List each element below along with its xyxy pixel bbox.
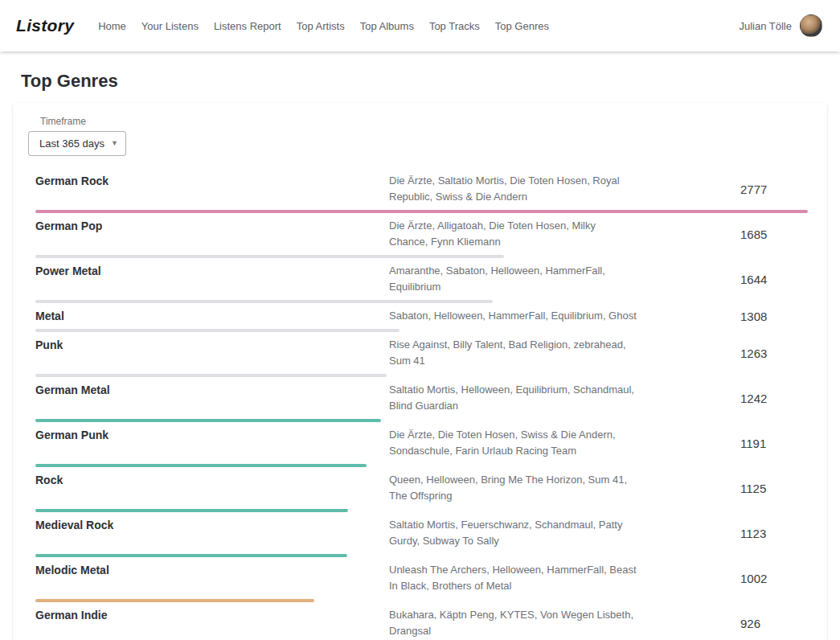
- table-row: German Indie Bukahara, Käptn Peng, KYTES…: [35, 602, 808, 640]
- genre-top-artists: Queen, Helloween, Bring Me The Horizon, …: [389, 472, 637, 504]
- timeframe-control: Timeframe Last 365 days ▼: [28, 116, 827, 156]
- genre-top-artists: Rise Against, Billy Talent, Bad Religion…: [389, 337, 637, 369]
- nav-item-home[interactable]: Home: [98, 20, 126, 32]
- table-row: Rock Queen, Helloween, Bring Me The Hori…: [35, 467, 808, 512]
- nav-item-your-listens[interactable]: Your Listens: [141, 20, 199, 32]
- genre-table: German Rock Die Ärzte, Saltatio Mortis, …: [13, 168, 827, 640]
- genre-listen-count: 2777: [740, 183, 808, 196]
- table-row: Melodic Metal Unleash The Archers, Hello…: [35, 557, 808, 602]
- genre-name: Punk: [35, 337, 389, 369]
- nav-item-top-albums[interactable]: Top Albums: [360, 20, 414, 32]
- genre-name: German Pop: [35, 218, 389, 250]
- user-menu[interactable]: Julian Tölle: [739, 14, 822, 37]
- genre-listen-count: 1002: [740, 572, 808, 585]
- genre-name: Melodic Metal: [35, 562, 389, 594]
- genre-top-artists: Amaranthe, Sabaton, Helloween, HammerFal…: [389, 263, 637, 295]
- table-row: German Rock Die Ärzte, Saltatio Mortis, …: [35, 168, 808, 213]
- genre-top-artists: Sabaton, Helloween, HammerFall, Equilibr…: [389, 308, 637, 324]
- genre-listen-count: 1308: [740, 310, 808, 323]
- timeframe-label: Timeframe: [40, 116, 827, 127]
- table-row: German Metal Saltatio Mortis, Helloween,…: [35, 377, 808, 422]
- page-title: Top Genres: [21, 71, 840, 92]
- genre-name: Power Metal: [35, 263, 389, 295]
- nav-item-listens-report[interactable]: Listens Report: [214, 20, 281, 32]
- app-logo[interactable]: Listory: [16, 16, 74, 35]
- nav-item-top-tracks[interactable]: Top Tracks: [429, 20, 480, 32]
- genre-name: German Rock: [35, 173, 389, 205]
- timeframe-selected-value: Last 365 days: [39, 137, 104, 150]
- genre-top-artists: Saltatio Mortis, Feuerschwanz, Schandmau…: [389, 517, 637, 549]
- genre-listen-count: 1644: [740, 273, 808, 286]
- genre-name: Medieval Rock: [35, 517, 389, 549]
- genre-listen-count: 1685: [740, 228, 808, 241]
- genre-listen-count: 1123: [740, 527, 808, 540]
- genre-name: Rock: [35, 472, 389, 504]
- table-row: Medieval Rock Saltatio Mortis, Feuerschw…: [35, 512, 808, 557]
- user-name[interactable]: Julian Tölle: [739, 20, 792, 32]
- genre-name: Metal: [35, 308, 389, 324]
- user-avatar[interactable]: [800, 14, 822, 37]
- genre-name: German Punk: [35, 427, 389, 459]
- genre-top-artists: Saltatio Mortis, Helloween, Equilibrium,…: [389, 382, 637, 414]
- app-bar: Listory Home Your Listens Listens Report…: [0, 0, 840, 51]
- genre-listen-count: 1191: [740, 437, 808, 450]
- genre-top-artists: Die Ärzte, Alligatoah, Die Toten Hosen, …: [389, 218, 637, 250]
- genre-listen-count: 926: [740, 617, 808, 630]
- nav-item-top-artists[interactable]: Top Artists: [297, 20, 345, 32]
- table-row: Power Metal Amaranthe, Sabaton, Hellowee…: [35, 258, 808, 303]
- table-row: Metal Sabaton, Helloween, HammerFall, Eq…: [35, 303, 808, 332]
- timeframe-select[interactable]: Last 365 days ▼: [28, 131, 126, 156]
- genre-top-artists: Unleash The Archers, Helloween, HammerFa…: [389, 562, 637, 594]
- table-row: Punk Rise Against, Billy Talent, Bad Rel…: [35, 332, 808, 377]
- genre-name: German Indie: [35, 607, 389, 639]
- genre-name: German Metal: [35, 382, 389, 414]
- top-genres-card: Timeframe Last 365 days ▼ German Rock Di…: [13, 103, 827, 640]
- genre-top-artists: Bukahara, Käptn Peng, KYTES, Von Wegen L…: [389, 607, 637, 639]
- genre-listen-count: 1125: [740, 482, 808, 495]
- main-nav: Home Your Listens Listens Report Top Art…: [98, 20, 739, 32]
- genre-listen-count: 1263: [740, 347, 808, 360]
- nav-item-top-genres[interactable]: Top Genres: [495, 20, 549, 32]
- chevron-down-icon: ▼: [111, 140, 118, 147]
- table-row: German Punk Die Ärzte, Die Toten Hosen, …: [35, 422, 808, 467]
- genre-listen-count: 1242: [740, 392, 808, 405]
- genre-top-artists: Die Ärzte, Die Toten Hosen, Swiss & Die …: [389, 427, 637, 459]
- table-row: German Pop Die Ärzte, Alligatoah, Die To…: [35, 213, 808, 258]
- genre-top-artists: Die Ärzte, Saltatio Mortis, Die Toten Ho…: [389, 173, 637, 205]
